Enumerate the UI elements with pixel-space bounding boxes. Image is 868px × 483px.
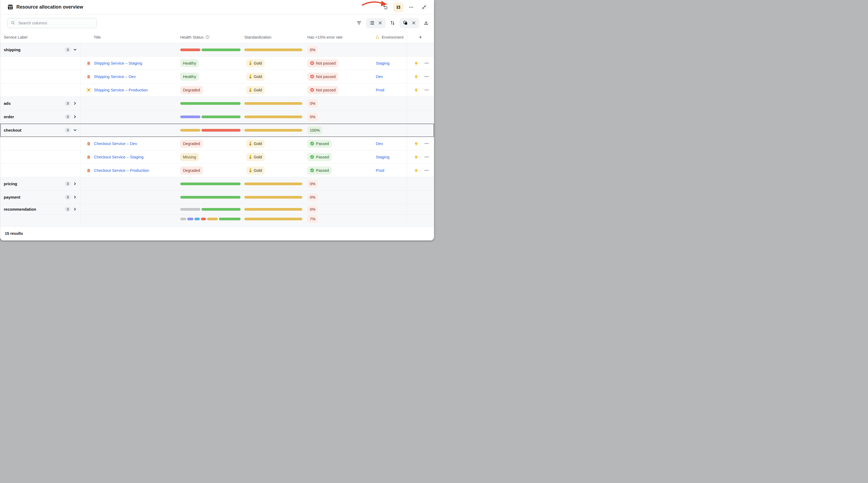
health-distribution-bar: [180, 208, 241, 211]
check-result-chip: Passed: [307, 166, 332, 174]
chevron-right-icon[interactable]: [73, 102, 77, 105]
row-menu-icon[interactable]: [424, 88, 429, 92]
resource-allocation-panel: Resource allocation overview: [0, 0, 434, 240]
col-environment[interactable]: Environment: [382, 35, 403, 39]
health-summary-bar: [180, 218, 241, 220]
group-row-shipping[interactable]: shipping 3 0%: [0, 43, 434, 57]
collapse-icon[interactable]: [419, 2, 429, 12]
info-icon[interactable]: [206, 35, 210, 39]
group-row-checkout[interactable]: checkout 3 100%: [0, 124, 434, 137]
environment-link[interactable]: Dev: [376, 74, 383, 79]
health-status-chip: Healthy: [180, 73, 199, 81]
octopus-icon: [86, 155, 91, 159]
chevron-right-icon[interactable]: [73, 182, 77, 186]
row-menu-icon[interactable]: [424, 168, 429, 172]
lightning-icon[interactable]: [414, 155, 418, 159]
row-menu-icon[interactable]: [424, 141, 429, 146]
col-standardization[interactable]: Standardization: [244, 35, 272, 39]
service-row[interactable]: Shipping Service – Dev Healthy Gold Not …: [0, 70, 434, 83]
service-row[interactable]: Checkout Service – Staging Missing Gold …: [0, 150, 434, 164]
standardization-bar: [244, 208, 302, 211]
row-menu-icon[interactable]: [424, 61, 429, 65]
health-distribution-bar: [180, 196, 241, 199]
service-row[interactable]: Checkout Service – Production Degraded G…: [0, 164, 434, 177]
service-title-link[interactable]: Checkout Service – Production: [94, 168, 149, 172]
sort-icon[interactable]: [390, 20, 395, 26]
service-row[interactable]: Checkout Service – Dev Degraded Gold Pas…: [0, 137, 434, 150]
save-icon[interactable]: [393, 2, 403, 12]
environment-link[interactable]: Staging: [376, 155, 390, 159]
service-title-link[interactable]: Shipping Service – Dev: [94, 74, 136, 79]
error-rate-badge: 0%: [307, 205, 318, 213]
more-options-icon[interactable]: [406, 2, 416, 12]
col-title[interactable]: Title: [94, 35, 101, 39]
group-by-list-control: [366, 18, 386, 28]
row-menu-icon[interactable]: [424, 155, 429, 159]
octopus-icon: [86, 141, 91, 146]
clear-layers-icon[interactable]: [412, 21, 416, 25]
environment-link[interactable]: Dev: [376, 141, 383, 146]
health-distribution-bar: [180, 49, 241, 51]
lightning-icon[interactable]: [414, 74, 418, 79]
results-footer: 15 results: [0, 226, 434, 240]
column-header-row: Service Label Title Health Status Standa…: [0, 31, 434, 43]
service-title-link[interactable]: Checkout Service – Staging: [94, 155, 144, 159]
standardization-chip: Gold: [246, 153, 265, 161]
group-label: ads: [4, 101, 11, 106]
service-row[interactable]: Shipping Service – Staging Healthy Gold …: [0, 57, 434, 70]
check-result-chip: Not passed: [307, 86, 338, 94]
lightning-icon[interactable]: [414, 141, 418, 146]
error-rate-badge: 0%: [307, 99, 318, 107]
filter-icon[interactable]: [356, 20, 362, 26]
standardization-bar: [244, 183, 302, 185]
group-count-badge: 3: [65, 195, 71, 200]
lightning-icon[interactable]: [414, 168, 418, 173]
group-count-badge: 3: [65, 207, 71, 212]
group-row-payment[interactable]: payment 3 0%: [0, 191, 434, 204]
undo-icon[interactable]: [380, 2, 391, 12]
service-title-link[interactable]: Checkout Service – Dev: [94, 141, 137, 146]
service-title-link[interactable]: Shipping Service – Production: [94, 88, 148, 92]
group-label: order: [4, 115, 14, 119]
group-row-recommendation[interactable]: recommendation 3 0%: [0, 204, 434, 215]
package-scan-icon: [86, 88, 91, 92]
chevron-right-icon[interactable]: [73, 195, 77, 199]
group-row-ads[interactable]: ads 3 0%: [0, 97, 434, 110]
col-service-label[interactable]: Service Label: [4, 35, 27, 39]
group-count-badge: 3: [65, 114, 71, 119]
standardization-bar: [244, 196, 302, 199]
environment-link[interactable]: Prod: [376, 88, 384, 92]
lightning-icon[interactable]: [414, 61, 418, 66]
service-title-link[interactable]: Shipping Service – Staging: [94, 61, 142, 65]
col-error-rate[interactable]: Has <15% error rate: [307, 35, 343, 39]
group-row-order[interactable]: order 3 0%: [0, 110, 434, 124]
list-icon[interactable]: [369, 20, 374, 26]
top-bar: Resource allocation overview: [0, 0, 434, 14]
lightning-icon[interactable]: [414, 88, 418, 93]
chevron-down-icon[interactable]: [73, 128, 77, 132]
service-row[interactable]: Shipping Service – Production Degraded G…: [0, 83, 434, 97]
health-distribution-bar: [180, 183, 241, 185]
health-distribution-bar: [180, 129, 241, 132]
layers-icon[interactable]: [403, 20, 408, 26]
environment-link[interactable]: Prod: [376, 168, 384, 172]
group-row-pricing[interactable]: pricing 3 0%: [0, 177, 434, 191]
row-menu-icon[interactable]: [424, 74, 429, 79]
search-columns-box: [7, 18, 97, 28]
chevron-right-icon[interactable]: [73, 115, 77, 119]
add-column-button[interactable]: +: [419, 34, 422, 40]
environment-link[interactable]: Staging: [376, 61, 390, 65]
error-rate-badge: 0%: [307, 180, 318, 188]
chevron-right-icon[interactable]: [73, 207, 77, 211]
chevron-down-icon[interactable]: [73, 48, 77, 52]
search-columns-input[interactable]: [7, 18, 97, 28]
octopus-icon: [86, 61, 91, 65]
results-count: 15 results: [5, 231, 23, 235]
group-label: checkout: [4, 128, 22, 132]
group-count-badge: 3: [65, 101, 71, 106]
standardization-chip: Gold: [246, 59, 265, 67]
clear-list-icon[interactable]: [378, 21, 382, 25]
download-icon[interactable]: [424, 20, 429, 26]
col-health-status[interactable]: Health Status: [180, 35, 204, 39]
standardization-bar: [244, 129, 302, 132]
